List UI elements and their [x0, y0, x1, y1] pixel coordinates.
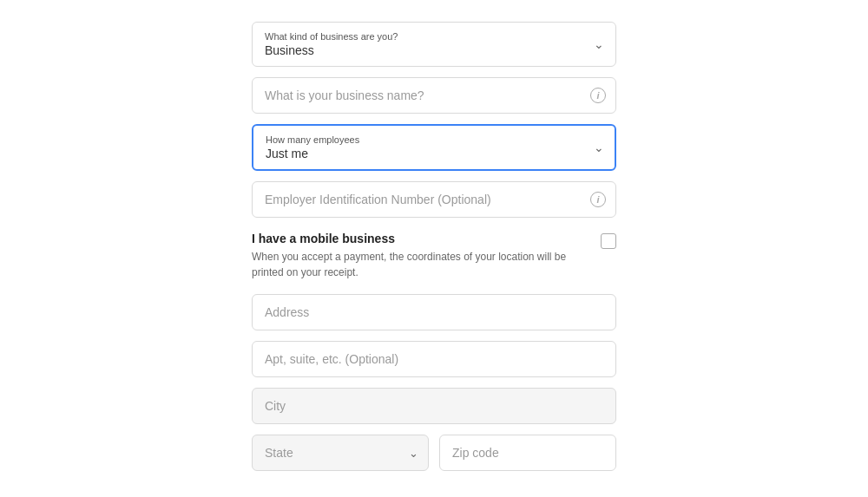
state-select[interactable]: State — [252, 435, 429, 471]
employees-label: How many employees — [253, 126, 615, 145]
mobile-business-text: I have a mobile business When you accept… — [252, 232, 590, 280]
mobile-business-title: I have a mobile business — [252, 232, 590, 245]
signup-form: What kind of business are you? Business … — [252, 13, 616, 480]
business-name-field[interactable]: i — [252, 77, 616, 114]
ein-field[interactable]: i — [252, 181, 616, 218]
business-type-dropdown[interactable]: What kind of business are you? Business — [252, 22, 616, 67]
zip-field[interactable] — [439, 435, 616, 471]
address-field[interactable] — [252, 294, 616, 330]
ein-input[interactable] — [252, 181, 616, 218]
business-name-input[interactable] — [252, 77, 616, 114]
employees-dropdown[interactable]: How many employees Just me — [252, 124, 616, 171]
apt-field[interactable] — [252, 341, 616, 377]
employees-value: Just me — [253, 145, 615, 169]
business-type-field[interactable]: What kind of business are you? Business … — [252, 22, 616, 67]
address-input[interactable] — [252, 294, 616, 330]
mobile-business-section: I have a mobile business When you accept… — [252, 228, 616, 284]
city-input[interactable] — [252, 388, 616, 424]
employees-field[interactable]: How many employees Just me ⌄ — [252, 124, 616, 171]
business-type-label: What kind of business are you? — [253, 23, 615, 42]
zip-input[interactable] — [439, 435, 616, 471]
state-field[interactable]: State ⌄ — [252, 435, 429, 471]
business-type-value: Business — [253, 42, 615, 66]
mobile-business-description: When you accept a payment, the coordinat… — [252, 249, 590, 280]
apt-input[interactable] — [252, 341, 616, 377]
state-zip-row: State ⌄ — [252, 435, 616, 471]
city-field[interactable] — [252, 388, 616, 424]
mobile-business-checkbox[interactable] — [601, 233, 616, 249]
